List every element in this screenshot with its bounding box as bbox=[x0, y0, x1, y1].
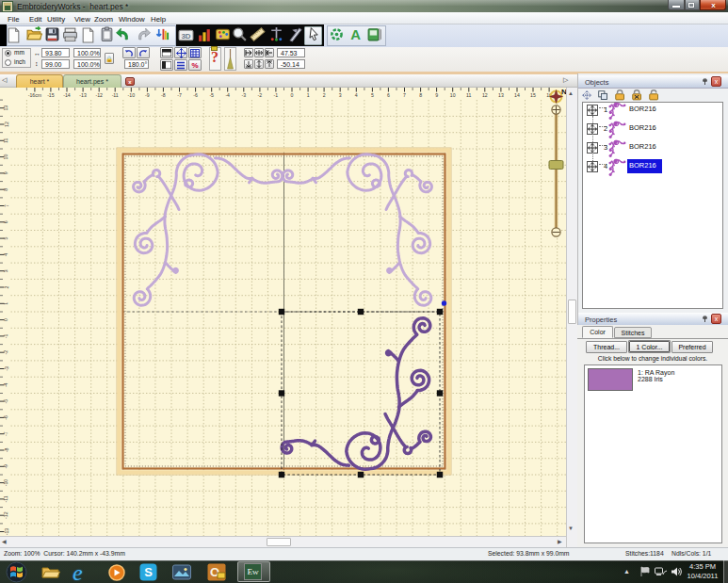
svg-text:4: 4 bbox=[355, 92, 358, 98]
svg-text:-10: -10 bbox=[4, 479, 9, 487]
svg-text:11: 11 bbox=[466, 92, 471, 98]
svg-text:12: 12 bbox=[4, 121, 9, 127]
svg-text:6: 6 bbox=[4, 220, 9, 223]
svg-text:-12: -12 bbox=[4, 511, 9, 519]
svg-text:-1: -1 bbox=[4, 333, 9, 338]
svg-text:3: 3 bbox=[339, 92, 342, 98]
svg-text:-16cm: -16cm bbox=[28, 92, 41, 98]
svg-text:A: A bbox=[350, 27, 361, 42]
svg-text:-2: -2 bbox=[4, 350, 9, 355]
svg-text:-4: -4 bbox=[4, 382, 9, 387]
svg-text:-8: -8 bbox=[4, 448, 9, 453]
svg-text:0: 0 bbox=[4, 318, 9, 321]
svg-text:5: 5 bbox=[4, 237, 9, 240]
svg-text:-10: -10 bbox=[128, 92, 136, 98]
svg-text:-14: -14 bbox=[63, 92, 71, 98]
svg-text:-2: -2 bbox=[258, 92, 263, 98]
svg-text:3: 3 bbox=[4, 269, 9, 272]
svg-text:13: 13 bbox=[498, 92, 504, 98]
svg-text:2: 2 bbox=[4, 285, 9, 288]
svg-text:-5: -5 bbox=[209, 92, 214, 98]
svg-text:-7: -7 bbox=[4, 431, 9, 436]
svg-text:-3: -3 bbox=[4, 366, 9, 371]
svg-text:7: 7 bbox=[4, 204, 9, 207]
svg-text:-9: -9 bbox=[145, 92, 150, 98]
svg-text:1: 1 bbox=[4, 302, 9, 305]
svg-text:-13: -13 bbox=[79, 92, 87, 98]
svg-text:-8: -8 bbox=[161, 92, 166, 98]
svg-text:-12: -12 bbox=[95, 92, 103, 98]
svg-text:-13: -13 bbox=[4, 528, 9, 536]
svg-text:11: 11 bbox=[4, 138, 9, 142]
svg-text:-3: -3 bbox=[241, 92, 246, 98]
svg-text:0: 0 bbox=[291, 92, 294, 98]
svg-text:-5: -5 bbox=[4, 399, 9, 404]
svg-text:-9: -9 bbox=[4, 464, 9, 469]
svg-text:8: 8 bbox=[4, 188, 9, 191]
svg-text:-15: -15 bbox=[47, 92, 55, 98]
svg-text:13: 13 bbox=[4, 105, 9, 111]
svg-text:-7: -7 bbox=[177, 92, 182, 98]
svg-text:-11: -11 bbox=[4, 495, 9, 502]
svg-text:2: 2 bbox=[323, 92, 326, 98]
svg-text:14: 14 bbox=[514, 92, 520, 98]
svg-text:8: 8 bbox=[419, 92, 422, 98]
svg-text:-1: -1 bbox=[274, 92, 279, 98]
svg-text:S: S bbox=[144, 565, 153, 579]
svg-text:10: 10 bbox=[4, 154, 9, 160]
svg-text:9: 9 bbox=[435, 92, 438, 98]
svg-text:3D: 3D bbox=[181, 32, 190, 40]
svg-text:1: 1 bbox=[307, 92, 310, 98]
svg-text:-11: -11 bbox=[112, 92, 119, 98]
svg-text:6: 6 bbox=[387, 92, 390, 98]
svg-text:-6: -6 bbox=[4, 415, 9, 420]
svg-text:10: 10 bbox=[450, 92, 456, 98]
svg-text:15: 15 bbox=[530, 92, 536, 98]
svg-text:12: 12 bbox=[482, 92, 488, 98]
svg-text:7: 7 bbox=[403, 92, 406, 98]
svg-text:5: 5 bbox=[371, 92, 374, 98]
svg-text:-4: -4 bbox=[225, 92, 230, 98]
svg-text:4: 4 bbox=[4, 253, 9, 256]
svg-text:-6: -6 bbox=[193, 92, 198, 98]
svg-text:9: 9 bbox=[4, 171, 9, 174]
